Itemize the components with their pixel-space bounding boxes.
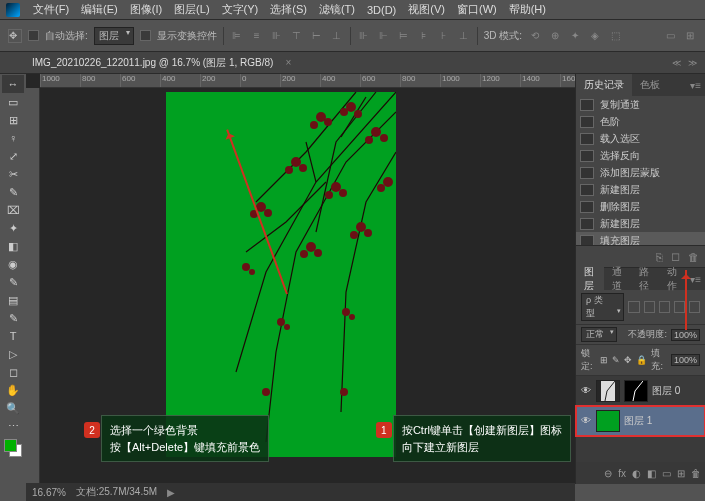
shape-tool[interactable]: ◻ — [2, 363, 24, 381]
zoom-tool[interactable]: 🔍 — [2, 399, 24, 417]
gradient-tool[interactable]: ✎ — [2, 273, 24, 291]
align-icon[interactable]: ⊢ — [310, 29, 324, 43]
wand-tool[interactable]: ♀ — [2, 129, 24, 147]
adjustment-icon[interactable]: ◧ — [647, 468, 656, 479]
dist-icon[interactable]: ⊥ — [457, 29, 471, 43]
layer-name[interactable]: 图层 0 — [652, 384, 680, 398]
history-item[interactable]: 删除图层 — [576, 198, 705, 215]
eraser-tool[interactable]: ◉ — [2, 255, 24, 273]
menu-window[interactable]: 窗口(W) — [452, 0, 502, 19]
dist-icon[interactable]: ⊦ — [437, 29, 451, 43]
menu-file[interactable]: 文件(F) — [28, 0, 74, 19]
filter-kind-dropdown[interactable]: ρ 类型 — [581, 293, 624, 321]
fill-value[interactable]: 100% — [671, 354, 700, 366]
blend-mode-dropdown[interactable]: 正常 — [581, 327, 617, 342]
menu-help[interactable]: 帮助(H) — [504, 0, 551, 19]
dist-icon[interactable]: ⊩ — [377, 29, 391, 43]
hand-tool[interactable]: ✋ — [2, 381, 24, 399]
filter-icon[interactable] — [674, 301, 685, 313]
align-icon[interactable]: ≡ — [250, 29, 264, 43]
workspace-icon[interactable]: ⊞ — [683, 29, 697, 43]
document-tab[interactable]: IMG_20210226_122011.jpg @ 16.7% (图层 1, R… — [28, 54, 277, 72]
3d-icon[interactable]: ⬚ — [608, 29, 622, 43]
transform-checkbox[interactable] — [140, 30, 151, 41]
lock-icon[interactable]: 🔒 — [636, 355, 647, 365]
align-icon[interactable]: ⊤ — [290, 29, 304, 43]
heal-tool[interactable]: ✎ — [2, 183, 24, 201]
new-layer-icon[interactable]: ⊞ — [677, 468, 685, 479]
autoselect-checkbox[interactable] — [28, 30, 39, 41]
delete-icon[interactable]: 🗑 — [688, 251, 699, 263]
path-tool[interactable]: ▷ — [2, 345, 24, 363]
history-item[interactable]: 选择反向 — [576, 147, 705, 164]
status-menu-icon[interactable]: ▶ — [167, 487, 175, 498]
align-icon[interactable]: ⊪ — [270, 29, 284, 43]
visibility-icon[interactable]: 👁 — [579, 415, 592, 426]
menu-filter[interactable]: 滤镜(T) — [314, 0, 360, 19]
align-icon[interactable]: ⊥ — [330, 29, 344, 43]
visibility-icon[interactable]: 👁 — [579, 385, 592, 396]
marquee-tool[interactable]: ▭ — [2, 93, 24, 111]
type-tool[interactable]: T — [2, 327, 24, 345]
dist-icon[interactable]: ⊪ — [357, 29, 371, 43]
menu-layer[interactable]: 图层(L) — [169, 0, 214, 19]
filter-icon[interactable] — [689, 301, 700, 313]
menu-edit[interactable]: 编辑(E) — [76, 0, 123, 19]
history-item[interactable]: 色阶 — [576, 113, 705, 130]
history-item[interactable]: 新建图层 — [576, 215, 705, 232]
menu-type[interactable]: 文字(Y) — [217, 0, 264, 19]
tab-history[interactable]: 历史记录 — [576, 74, 632, 96]
layer-row[interactable]: 👁 图层 0 — [576, 376, 705, 406]
tab-nav-icon[interactable]: ≪ ≫ — [672, 58, 699, 68]
filter-icon[interactable] — [644, 301, 655, 313]
3d-icon[interactable]: ✦ — [568, 29, 582, 43]
lasso-tool[interactable]: ⊞ — [2, 111, 24, 129]
filter-icon[interactable] — [659, 301, 670, 313]
3d-icon[interactable]: ◈ — [588, 29, 602, 43]
3d-icon[interactable]: ⟲ — [528, 29, 542, 43]
history-item[interactable]: 填充图层 — [576, 232, 705, 246]
tab-swatches[interactable]: 色板 — [632, 74, 668, 96]
opacity-value[interactable]: 100% — [671, 329, 700, 341]
layer-name[interactable]: 图层 1 — [624, 414, 652, 428]
history-brush-tool[interactable]: ◧ — [2, 237, 24, 255]
more-tools[interactable]: ⋯ — [2, 417, 24, 435]
menu-select[interactable]: 选择(S) — [265, 0, 312, 19]
panel-menu-icon[interactable]: ▾≡ — [686, 80, 705, 91]
close-tab-icon[interactable]: × — [285, 57, 291, 68]
group-icon[interactable]: ▭ — [662, 468, 671, 479]
color-swatch[interactable] — [4, 439, 22, 457]
history-item[interactable]: 新建图层 — [576, 181, 705, 198]
history-item[interactable]: 添加图层蒙版 — [576, 164, 705, 181]
crop-tool[interactable]: ⤢ — [2, 147, 24, 165]
foreground-color[interactable] — [4, 439, 17, 452]
3d-icon[interactable]: ⊕ — [548, 29, 562, 43]
blur-tool[interactable]: ▤ — [2, 291, 24, 309]
filter-icon[interactable] — [628, 301, 639, 313]
fx-icon[interactable]: fx — [618, 468, 626, 479]
brush-tool[interactable]: ⌧ — [2, 201, 24, 219]
move-tool[interactable]: ↔ — [2, 75, 24, 93]
history-item[interactable]: 复制通道 — [576, 96, 705, 113]
pen-tool[interactable]: ✎ — [2, 309, 24, 327]
history-item[interactable]: 载入选区 — [576, 130, 705, 147]
menu-3d[interactable]: 3D(D) — [362, 2, 401, 18]
menu-view[interactable]: 视图(V) — [403, 0, 450, 19]
align-icon[interactable]: ⊫ — [230, 29, 244, 43]
zoom-value[interactable]: 16.67% — [32, 487, 66, 498]
workspace-icon[interactable]: ▭ — [663, 29, 677, 43]
lock-icon[interactable]: ⊞ — [600, 355, 608, 365]
lock-icon[interactable]: ✎ — [612, 355, 620, 365]
mask-icon[interactable]: ◐ — [632, 468, 641, 479]
menu-image[interactable]: 图像(I) — [125, 0, 167, 19]
svg-point-8 — [365, 136, 373, 144]
autoselect-dropdown[interactable]: 图层 — [94, 27, 134, 45]
delete-layer-icon[interactable]: 🗑 — [691, 468, 701, 479]
dist-icon[interactable]: ⊧ — [417, 29, 431, 43]
eyedropper-tool[interactable]: ✂ — [2, 165, 24, 183]
lock-icon[interactable]: ✥ — [624, 355, 632, 365]
link-icon[interactable]: ⊖ — [604, 468, 612, 479]
layer-row[interactable]: 👁 图层 1 — [576, 406, 705, 436]
dist-icon[interactable]: ⊨ — [397, 29, 411, 43]
stamp-tool[interactable]: ✦ — [2, 219, 24, 237]
